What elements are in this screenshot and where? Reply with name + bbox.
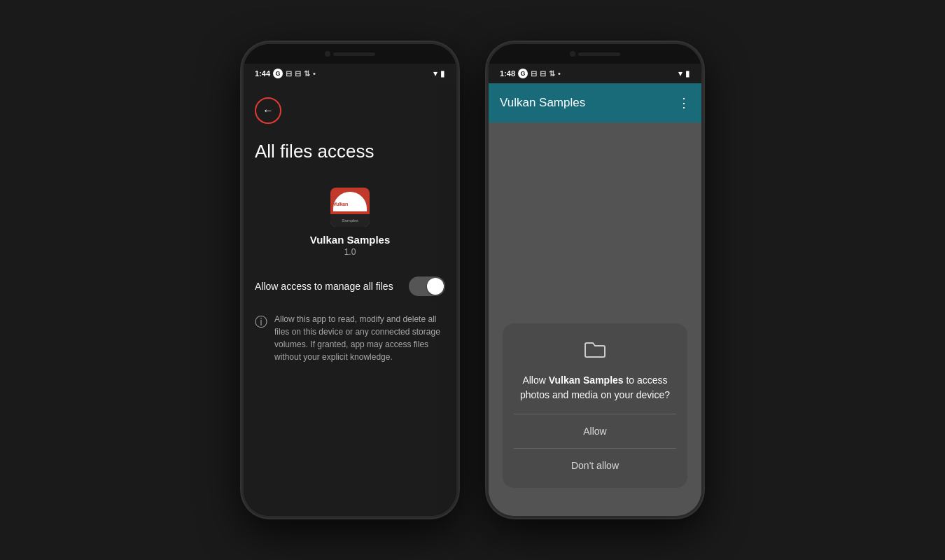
dont-allow-button[interactable]: Don't allow: [514, 449, 676, 482]
app-name-label: Vulkan Samples: [310, 234, 391, 246]
phone-notch: [244, 44, 456, 64]
left-screen: ← All files access Vulkan Samples Vulkan…: [244, 83, 456, 516]
status-right: ▾ ▮: [433, 69, 445, 78]
right-sim-icon2: ⊟: [540, 69, 546, 78]
right-sim-icon1: ⊟: [531, 69, 537, 78]
right-status-right: ▾ ▮: [678, 69, 690, 78]
right-phone: 1:48 G ⊟ ⊟ ⇅ • ▾ ▮ Vulkan Samples ⋮: [486, 42, 704, 518]
right-time-label: 1:48: [500, 69, 515, 78]
back-button-container: ←: [255, 97, 445, 124]
right-speaker-bar: [578, 52, 620, 56]
vulkan-logo-text: Vulkan: [333, 202, 348, 206]
status-left: 1:44 G ⊟ ⊟ ⇅ •: [255, 69, 316, 78]
app-version-label: 1.0: [344, 247, 356, 257]
right-phone-notch: [489, 44, 701, 64]
info-section: ⓘ Allow this app to read, modify and del…: [255, 313, 445, 363]
folder-icon: [584, 340, 606, 365]
cast-icon: ⇅: [304, 69, 310, 78]
vulkan-icon: Vulkan Samples: [330, 188, 370, 227]
speaker-bar: [333, 52, 375, 56]
toggle-row: Allow access to manage all files: [255, 276, 445, 296]
right-status-left: 1:48 G ⊟ ⊟ ⇅ •: [500, 69, 561, 78]
battery-icon: ▮: [440, 69, 445, 78]
back-arrow-icon: ←: [262, 104, 274, 117]
camera-dot: [325, 51, 330, 57]
info-icon: ⓘ: [255, 314, 267, 330]
dialog-app-name: Vulkan Samples: [549, 374, 624, 386]
app-icon: Vulkan Samples: [330, 188, 370, 227]
right-status-bar: 1:48 G ⊟ ⊟ ⇅ • ▾ ▮: [489, 64, 701, 83]
back-button[interactable]: ←: [255, 97, 281, 124]
permission-dialog: Allow Vulkan Samples to access photos an…: [503, 323, 687, 488]
left-status-bar: 1:44 G ⊟ ⊟ ⇅ • ▾ ▮: [244, 64, 456, 83]
toggle-label: Allow access to manage all files: [255, 281, 400, 292]
dialog-text: Allow Vulkan Samples to access photos an…: [514, 373, 676, 402]
app-info: Vulkan Samples Vulkan Samples 1.0: [255, 188, 445, 257]
toggle-knob: [427, 278, 444, 295]
right-cast-icon: ⇅: [549, 69, 555, 78]
right-camera-dot: [570, 51, 575, 57]
vulkan-arch: Vulkan: [333, 192, 367, 211]
more-options-icon[interactable]: ⋮: [678, 95, 690, 111]
right-google-icon: G: [518, 69, 528, 78]
right-battery-icon: ▮: [685, 69, 690, 78]
time-label: 1:44: [255, 69, 270, 78]
info-description: Allow this app to read, modify and delet…: [274, 313, 445, 363]
vulkan-bottom: Samples: [330, 214, 370, 227]
allow-button[interactable]: Allow: [514, 414, 676, 448]
vulkan-bottom-text: Samples: [342, 218, 358, 223]
right-dot-icon: •: [558, 69, 561, 78]
app-header: Vulkan Samples ⋮: [489, 83, 701, 122]
sim-icon2: ⊟: [295, 69, 301, 78]
right-screen: Vulkan Samples ⋮ Allow Vulkan Samples to…: [489, 83, 701, 516]
dialog-text-prefix: Allow: [522, 374, 548, 386]
right-wifi-icon: ▾: [678, 69, 682, 78]
wifi-icon: ▾: [433, 69, 438, 78]
app-header-title: Vulkan Samples: [500, 96, 585, 110]
dot-icon: •: [313, 69, 316, 78]
page-title: All files access: [255, 141, 445, 162]
left-phone: 1:44 G ⊟ ⊟ ⇅ • ▾ ▮ ← All files access Vu…: [241, 42, 458, 518]
sim-icon1: ⊟: [286, 69, 292, 78]
google-icon: G: [273, 69, 283, 78]
files-access-toggle[interactable]: [409, 276, 445, 296]
